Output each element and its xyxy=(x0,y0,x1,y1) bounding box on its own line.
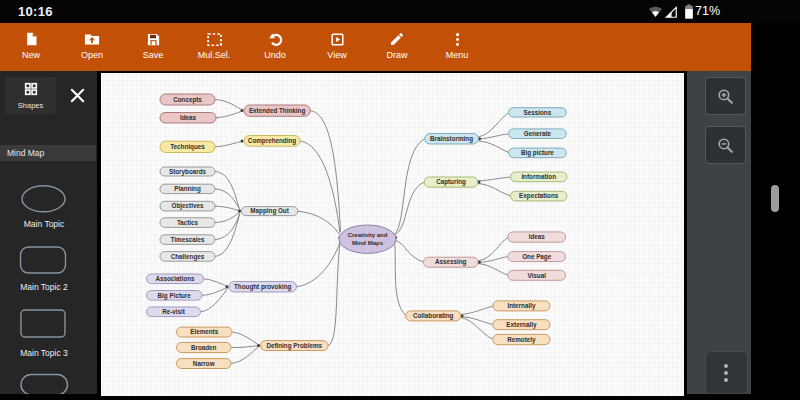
svg-text:Broaden: Broaden xyxy=(191,344,217,351)
svg-text:Generate: Generate xyxy=(524,130,552,137)
svg-text:Remotely: Remotely xyxy=(507,336,536,344)
svg-text:Expectations: Expectations xyxy=(519,192,559,200)
svg-text:Challenges: Challenges xyxy=(171,253,205,261)
svg-text:Mapping Out: Mapping Out xyxy=(250,207,289,215)
svg-text:Comprehending: Comprehending xyxy=(248,137,296,145)
svg-text:Narrow: Narrow xyxy=(193,360,215,367)
svg-text:Elements: Elements xyxy=(190,328,218,335)
svg-text:Big picture: Big picture xyxy=(521,149,554,157)
svg-text:Tactics: Tactics xyxy=(177,219,199,226)
svg-text:Internally: Internally xyxy=(507,302,535,310)
svg-text:Concepts: Concepts xyxy=(173,96,202,104)
svg-text:Visual: Visual xyxy=(527,272,546,279)
svg-text:One Page: One Page xyxy=(522,253,552,261)
svg-text:Collaborating: Collaborating xyxy=(413,312,454,320)
svg-text:Techniques: Techniques xyxy=(170,143,205,151)
svg-text:Planning: Planning xyxy=(174,185,201,193)
svg-text:Externally: Externally xyxy=(506,321,537,329)
svg-text:Thought provoking: Thought provoking xyxy=(234,283,292,291)
svg-text:Brainstorming: Brainstorming xyxy=(430,135,473,143)
svg-text:Timescales: Timescales xyxy=(171,236,205,243)
svg-text:Extended Thinking: Extended Thinking xyxy=(249,107,305,115)
svg-text:Information: Information xyxy=(521,173,556,180)
svg-text:Objectives: Objectives xyxy=(172,202,204,210)
svg-text:Defining Problems: Defining Problems xyxy=(266,342,322,350)
svg-text:Big Picture: Big Picture xyxy=(158,292,192,300)
svg-text:Re-visit: Re-visit xyxy=(162,308,186,315)
svg-text:Ideas: Ideas xyxy=(529,233,546,240)
svg-text:Storyboards: Storyboards xyxy=(169,168,207,176)
svg-text:Mind Maps: Mind Maps xyxy=(352,240,384,246)
svg-text:Capturing: Capturing xyxy=(436,178,466,186)
svg-text:Sessions: Sessions xyxy=(524,109,552,116)
svg-text:Associations: Associations xyxy=(155,275,195,282)
svg-text:Ideas: Ideas xyxy=(180,114,197,121)
svg-text:Creativity and: Creativity and xyxy=(348,232,388,238)
svg-text:Assessing: Assessing xyxy=(435,258,467,266)
